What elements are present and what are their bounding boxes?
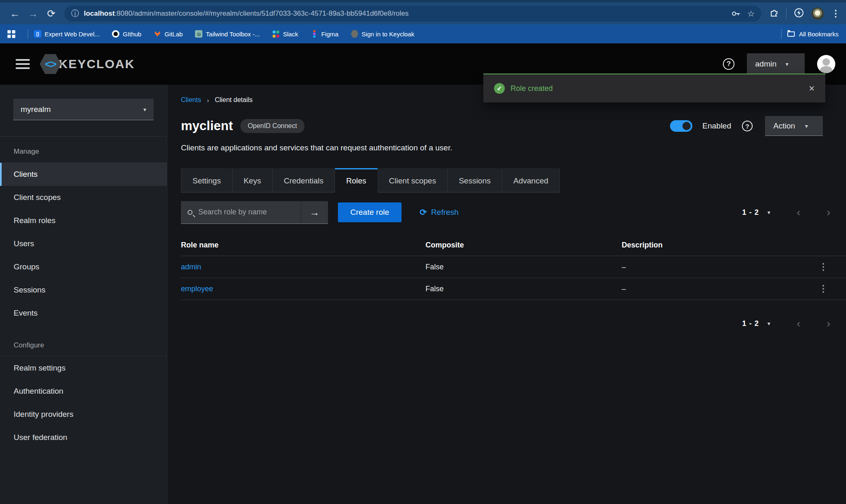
action-dropdown-label: Action	[773, 121, 795, 131]
role-link-admin[interactable]: admin	[181, 263, 425, 271]
pagination-top: 1 - 2 ▾ ‹ ›	[742, 207, 830, 218]
address-bar[interactable]: ⓘ localhost:8080/admin/master/console/#/…	[64, 6, 761, 21]
prev-page-icon[interactable]: ‹	[797, 318, 801, 329]
apps-grid-icon[interactable]	[7, 30, 15, 38]
breadcrumb-current: Client details	[215, 96, 253, 104]
action-dropdown[interactable]: Action ▾	[765, 116, 823, 136]
table-header-row: Role name Composite Description	[181, 235, 846, 256]
user-menu-dropdown[interactable]: admin ▾	[747, 53, 805, 75]
refresh-button[interactable]: ⟳ Refresh	[420, 207, 459, 217]
tab-keys[interactable]: Keys	[233, 168, 273, 193]
battery-saver-icon[interactable]	[794, 8, 804, 19]
chevron-down-icon: ▾	[805, 123, 808, 129]
pagination-dropdown-icon[interactable]: ▾	[768, 320, 770, 327]
extensions-icon[interactable]	[770, 8, 779, 19]
sidebar-item-groups[interactable]: Groups	[0, 255, 167, 278]
tab-credentials[interactable]: Credentials	[273, 168, 335, 193]
forward-icon[interactable]: →	[24, 8, 42, 19]
page-title: myclient	[181, 119, 233, 133]
password-key-icon[interactable]	[732, 11, 741, 17]
bookmark-figma[interactable]: Figma	[311, 30, 339, 38]
tab-advanced[interactable]: Advanced	[502, 168, 560, 193]
sidebar-item-events[interactable]: Events	[0, 302, 167, 325]
bookmark-github[interactable]: GIthub	[112, 30, 141, 38]
description-value: –	[622, 263, 801, 271]
help-icon[interactable]: ?	[723, 58, 734, 70]
configure-section: Configure Realm settings Authentication …	[0, 325, 167, 449]
search-submit-button[interactable]: →	[301, 201, 328, 223]
toolbar-right-cluster: ⋮	[770, 7, 840, 20]
site-info-icon[interactable]: ⓘ	[71, 8, 79, 19]
bookmark-expert-web[interactable]: [] Expert Web Devel...	[34, 30, 100, 38]
enabled-help-icon[interactable]: ?	[742, 121, 753, 131]
configure-section-label: Configure	[0, 325, 167, 356]
bookmarks-divider	[781, 29, 782, 39]
create-role-button[interactable]: Create role	[338, 202, 402, 222]
header-right-cluster: ? admin ▾	[723, 53, 835, 75]
row-kebab-icon[interactable]: ⋮	[801, 283, 846, 294]
expert-web-favicon: []	[34, 30, 41, 38]
roles-table: Role name Composite Description admin Fa…	[181, 235, 846, 300]
role-link-employee[interactable]: employee	[181, 285, 425, 293]
breadcrumb-clients-link[interactable]: Clients	[181, 96, 201, 104]
chevron-down-icon: ▾	[143, 106, 146, 113]
slack-favicon	[272, 30, 280, 38]
pagination-dropdown-icon[interactable]: ▾	[768, 209, 770, 216]
bookmarks-bar: [] Expert Web Devel... GIthub GitLab ▤ T…	[0, 24, 846, 43]
sidebar-item-realm-roles[interactable]: Realm roles	[0, 209, 167, 232]
sidebar: myrealm ▾ Manage Clients Client scopes R…	[0, 85, 167, 504]
sidebar-item-users[interactable]: Users	[0, 232, 167, 255]
bookmark-label: Expert Web Devel...	[45, 31, 100, 38]
sidebar-item-authentication[interactable]: Authentication	[0, 380, 167, 403]
hamburger-menu-icon[interactable]	[16, 59, 30, 69]
pagination-bottom-row: 1 - 2 ▾ ‹ ›	[181, 318, 846, 329]
sidebar-item-client-scopes[interactable]: Client scopes	[0, 186, 167, 209]
realm-selector[interactable]: myrealm ▾	[13, 99, 154, 120]
bookmarks-divider	[28, 29, 28, 39]
table-row: employee False – ⋮	[181, 278, 846, 300]
browser-menu-icon[interactable]: ⋮	[831, 8, 840, 19]
sidebar-item-clients[interactable]: Clients	[0, 163, 167, 186]
pagination-range: 1 - 2	[742, 319, 759, 328]
all-bookmarks[interactable]: All Bookmarks	[775, 29, 839, 39]
keycloak-logo[interactable]: <> KEYCLOAK	[40, 54, 135, 74]
pagination-bottom: 1 - 2 ▾ ‹ ›	[742, 318, 830, 329]
bookmark-slack[interactable]: Slack	[272, 30, 298, 38]
sidebar-item-sessions[interactable]: Sessions	[0, 278, 167, 302]
row-kebab-icon[interactable]: ⋮	[801, 262, 846, 272]
url-text[interactable]: localhost:8080/admin/master/console/#/my…	[84, 10, 725, 18]
toolbar-divider	[786, 8, 787, 19]
toast-close-icon[interactable]: ×	[809, 83, 815, 94]
chevron-down-icon: ▾	[786, 61, 789, 67]
all-bookmarks-label: All Bookmarks	[799, 31, 839, 38]
bookmark-label: Slack	[283, 31, 298, 38]
bookmark-keycloak[interactable]: Sign in to Keycloak	[351, 30, 414, 38]
bookmark-tailwind[interactable]: ▤ Tailwind Toolbox -...	[195, 30, 260, 38]
url-path: :8080/admin/master/console/#/myrealm/cli…	[115, 10, 409, 17]
tab-roles[interactable]: Roles	[335, 168, 378, 193]
configure-nav-list: Realm settings Authentication Identity p…	[0, 356, 167, 449]
enabled-toggle[interactable]	[670, 120, 692, 132]
bookmark-label: GitLab	[164, 31, 183, 38]
reload-icon[interactable]: ⟳	[42, 8, 60, 19]
col-composite: Composite	[425, 241, 622, 250]
prev-page-icon[interactable]: ‹	[797, 207, 801, 218]
tab-settings[interactable]: Settings	[181, 168, 233, 193]
next-page-icon[interactable]: ›	[827, 318, 830, 329]
tab-client-scopes[interactable]: Client scopes	[378, 168, 448, 193]
tab-sessions[interactable]: Sessions	[448, 168, 502, 193]
sidebar-item-realm-settings[interactable]: Realm settings	[0, 357, 167, 380]
back-icon[interactable]: ←	[6, 8, 24, 19]
browser-profile-avatar[interactable]	[811, 7, 824, 20]
bookmark-star-icon[interactable]: ☆	[747, 9, 755, 19]
user-avatar[interactable]	[817, 55, 835, 73]
search-input[interactable]	[197, 207, 294, 217]
gitlab-favicon	[154, 30, 161, 38]
bookmark-gitlab[interactable]: GitLab	[154, 30, 183, 38]
sidebar-item-identity-providers[interactable]: Identity providers	[0, 403, 167, 426]
col-description: Description	[622, 241, 801, 250]
browser-toolbar: ← → ⟳ ⓘ localhost:8080/admin/master/cons…	[0, 2, 846, 24]
next-page-icon[interactable]: ›	[827, 207, 830, 218]
realm-selector-value: myrealm	[21, 105, 51, 114]
sidebar-item-user-federation[interactable]: User federation	[0, 426, 167, 449]
